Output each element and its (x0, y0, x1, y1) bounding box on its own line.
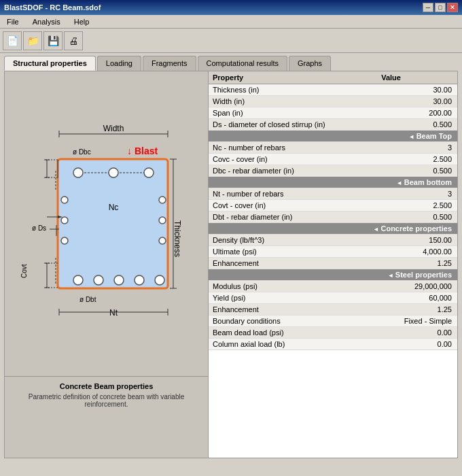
property-value[interactable]: 200.00 (377, 107, 457, 119)
maximize-button[interactable]: □ (435, 3, 446, 12)
svg-point-24 (155, 275, 164, 285)
menu-bar: File Analysis Help (0, 15, 462, 29)
property-value[interactable]: 0.500 (377, 165, 457, 177)
left-panel: Width ø Dbc ↓ Blast Covc Covt ø Ds Nc (5, 71, 209, 458)
property-name: Covt - cover (in) (209, 200, 377, 211)
table-row: Ultimate (psi)4,000.00 (209, 246, 457, 258)
property-name: Ultimate (psi) (209, 246, 377, 258)
col-property: Property (209, 71, 377, 84)
property-value[interactable]: 2.500 (377, 200, 457, 211)
properties-table: Property Value Thickness (in)30.00Width … (209, 71, 457, 350)
property-name: Density (lb/ft^3) (209, 235, 377, 246)
tab-structural[interactable]: Structural properties (4, 56, 96, 71)
tab-computational[interactable]: Computational results (198, 56, 287, 71)
table-row: Beam dead load (psi)0.00 (209, 327, 457, 339)
svg-point-20 (73, 275, 83, 285)
svg-rect-6 (58, 159, 168, 288)
table-row: Covt - cover (in)2.500 (209, 200, 457, 211)
property-value[interactable]: 0.500 (377, 119, 457, 131)
property-value[interactable]: 4,000.00 (377, 246, 457, 258)
new-button[interactable]: 📄 (3, 31, 22, 50)
title-text: BlastSDOF - RC Beam.sdof (4, 3, 101, 12)
property-name: Ds - diameter of closed stirrup (in) (209, 119, 377, 131)
table-row: Density (lb/ft^3)150.00 (209, 235, 457, 246)
property-value[interactable]: Fixed - Simple (377, 316, 457, 327)
svg-text:Covt: Covt (20, 264, 28, 278)
table-row: Beam bottom (209, 177, 457, 188)
svg-text:↓ Blast: ↓ Blast (127, 146, 158, 156)
svg-point-27 (61, 237, 68, 244)
tab-graphs[interactable]: Graphs (289, 56, 331, 71)
property-value[interactable]: 60,000 (377, 292, 457, 304)
section-label: Concrete properties (209, 223, 457, 235)
table-row: Width (in)30.00 (209, 96, 457, 107)
property-name: Beam dead load (psi) (209, 327, 377, 339)
table-row: Dbt - rebar diameter (in)0.500 (209, 211, 457, 223)
save-button[interactable]: 💾 (43, 31, 63, 50)
menu-analysis[interactable]: Analysis (29, 16, 65, 27)
property-name: Nt - number of rebars (209, 188, 377, 200)
print-button[interactable]: 🖨 (64, 31, 83, 50)
tab-loading[interactable]: Loading (97, 56, 141, 71)
table-row: Thickness (in)30.00 (209, 84, 457, 96)
svg-point-21 (94, 275, 103, 285)
property-value[interactable]: 0.500 (377, 211, 457, 223)
property-name: Column axial load (lb) (209, 339, 377, 350)
property-name: Thickness (in) (209, 84, 377, 96)
table-row: Modulus (psi)29,000,000 (209, 281, 457, 292)
svg-text:ø Dbt: ø Dbt (79, 296, 96, 303)
info-title: Concrete Beam properties (12, 382, 201, 390)
property-name: Span (in) (209, 107, 377, 119)
svg-point-26 (61, 217, 68, 224)
property-name: Enhancement (209, 258, 377, 269)
table-row: Nt - number of rebars3 (209, 188, 457, 200)
svg-text:Thickness: Thickness (173, 220, 182, 257)
table-row: Steel properties (209, 269, 457, 281)
property-value[interactable]: 30.00 (377, 96, 457, 107)
menu-file[interactable]: File (3, 16, 23, 27)
property-value[interactable]: 29,000,000 (377, 281, 457, 292)
minimize-button[interactable]: ─ (423, 3, 433, 12)
table-row: Boundary conditionsFixed - Simple (209, 316, 457, 327)
beam-svg: Width ø Dbc ↓ Blast Covc Covt ø Ds Nc (18, 122, 195, 326)
property-value[interactable]: 150.00 (377, 235, 457, 246)
property-value[interactable]: 3 (377, 188, 457, 200)
property-name: Yield (psi) (209, 292, 377, 304)
table-row: Enhancement1.25 (209, 258, 457, 269)
property-value[interactable]: 0.00 (377, 327, 457, 339)
open-button[interactable]: 📁 (23, 31, 42, 50)
property-name: Width (in) (209, 96, 377, 107)
property-name: Enhancement (209, 304, 377, 316)
svg-point-28 (159, 197, 166, 203)
property-value[interactable]: 0.00 (377, 339, 457, 350)
svg-point-25 (61, 197, 68, 203)
property-name: Boundary conditions (209, 316, 377, 327)
property-name: Dbc - rebar diameter (in) (209, 165, 377, 177)
property-value[interactable]: 30.00 (377, 84, 457, 96)
section-label: Beam Top (209, 131, 457, 142)
svg-point-15 (73, 168, 83, 177)
main-content: Width ø Dbc ↓ Blast Covc Covt ø Ds Nc (4, 71, 458, 458)
svg-point-22 (114, 275, 124, 285)
svg-point-30 (159, 237, 166, 244)
svg-text:ø Ds: ø Ds (32, 224, 46, 232)
close-button[interactable]: ✕ (447, 3, 458, 12)
info-panel: Concrete Beam properties Parametric defi… (5, 376, 208, 458)
table-row: Ds - diameter of closed stirrup (in)0.50… (209, 119, 457, 131)
svg-text:Nc: Nc (108, 203, 118, 212)
property-value[interactable]: 1.25 (377, 258, 457, 269)
right-panel: Property Value Thickness (in)30.00Width … (209, 71, 457, 458)
property-value[interactable]: 3 (377, 142, 457, 154)
table-row: Beam Top (209, 131, 457, 142)
menu-help[interactable]: Help (70, 16, 94, 27)
table-row: Yield (psi)60,000 (209, 292, 457, 304)
svg-text:Nt: Nt (109, 308, 118, 318)
title-bar: BlastSDOF - RC Beam.sdof ─ □ ✕ (0, 0, 462, 15)
tab-fragments[interactable]: Fragments (143, 56, 196, 71)
section-label: Steel properties (209, 269, 457, 281)
property-value[interactable]: 2.500 (377, 154, 457, 165)
svg-point-29 (159, 217, 166, 224)
table-row: Column axial load (lb)0.00 (209, 339, 457, 350)
table-row: Covc - cover (in)2.500 (209, 154, 457, 165)
property-value[interactable]: 1.25 (377, 304, 457, 316)
